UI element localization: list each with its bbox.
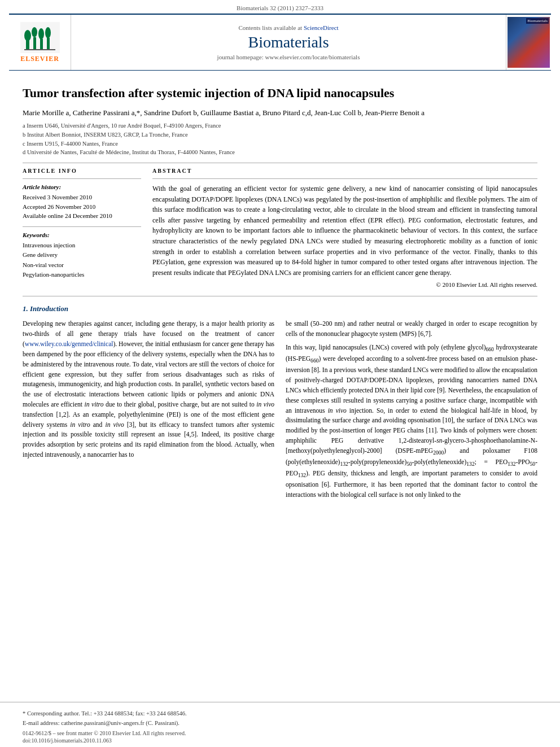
abstract-col: ABSTRACT With the goal of generating an … [152,168,537,288]
header-center: Contents lists available at ScienceDirec… [71,15,506,70]
affil-b: b Institut Albert Bonniot, INSERM U823, … [23,130,537,139]
footer-doi-row: doi:10.1016/j.biomaterials.2010.11.063 [23,737,537,744]
received-date: Received 3 November 2010 [23,193,141,202]
journal-homepage: journal homepage: www.elsevier.com/locat… [217,54,360,60]
svg-rect-6 [47,38,50,50]
sciencedirect-link[interactable]: ScienceDirect [304,24,339,31]
abstract-text: With the goal of generating an efficient… [152,184,537,278]
keywords-block: Keywords: Intravenous injection Gene del… [23,231,141,280]
accepted-date: Accepted 26 November 2010 [23,202,141,212]
journal-header: Biomaterials 32 (2011) 2327–2333 [0,0,560,71]
email-address: E-mail address: catherine.passirani@univ… [23,719,537,728]
divider-1 [23,163,537,163]
svg-rect-4 [40,39,43,50]
svg-rect-0 [26,40,29,50]
intro-right-col: be small (50–200 nm) and rather neutral … [286,319,537,503]
introduction-section: 1. Introduction Developing new therapies… [23,304,537,503]
abstract-heading: ABSTRACT [152,168,537,174]
page: Biomaterials 32 (2011) 2327–2333 [0,0,560,747]
divider-abstract [152,178,537,179]
keyword-3: Non-viral vector [23,260,141,270]
footer-row: 0142-9612/$ – see front matter © 2010 El… [23,730,537,736]
affil-a: a Inserm U646, Université d'Angers, 10 r… [23,121,537,130]
journal-title-header: Biomaterials [248,33,329,51]
elsevier-logo: ELSEVIER [9,15,71,70]
copyright-line: © 2010 Elsevier Ltd. All rights reserved… [152,281,537,288]
contents-line: Contents lists available at ScienceDirec… [238,24,338,31]
doi-text: doi:10.1016/j.biomaterials.2010.11.063 [23,737,112,744]
svg-point-1 [24,30,31,41]
affil-d: d Université de Nantes, Faculté de Médec… [23,148,537,157]
main-content: Tumor transfection after systemic inject… [0,71,560,702]
affil-c: c Inserm U915, F-44000 Nantes, France [23,139,537,148]
svg-point-3 [32,27,37,37]
svg-rect-2 [33,37,36,50]
intro-body: Developing new therapies against cancer,… [23,319,537,503]
divider-body [23,296,537,296]
license-text: 0142-9612/$ – see front matter © 2010 El… [23,730,186,736]
header-top: ELSEVIER Contents lists available at Sci… [9,14,551,71]
keyword-4: Pegylation-nanoparticles [23,270,141,280]
keyword-2: Gene delivery [23,250,141,260]
divider-keywords [23,226,141,227]
corresponding-author: * Corresponding author. Tel.: +33 244 68… [23,709,537,718]
intro-right-text: be small (50–200 nm) and rather neutral … [286,319,537,500]
affiliations: a Inserm U646, Université d'Angers, 10 r… [23,121,537,157]
journal-cover: Biomaterials [506,15,551,70]
cover-label: Biomaterials [526,18,549,24]
history-label: Article history: [23,184,141,190]
info-abstract-section: ARTICLE INFO Article history: Received 3… [23,168,537,288]
svg-point-7 [45,27,51,38]
elsevier-tree-logo [20,22,60,53]
article-history: Article history: Received 3 November 201… [23,184,141,221]
footnote-block: * Corresponding author. Tel.: +33 244 68… [23,709,537,729]
keywords-label: Keywords: [23,231,141,238]
cover-image: Biomaterials [508,17,550,68]
url-link[interactable]: www.wiley.co.uk/genmed/clinical [25,340,113,347]
intro-left-col: Developing new therapies against cancer,… [23,319,274,503]
svg-point-5 [38,28,44,40]
svg-rect-8 [24,49,55,50]
intro-left-text: Developing new therapies against cancer,… [23,319,274,460]
elsevier-label: ELSEVIER [20,55,59,63]
page-footer: * Corresponding author. Tel.: +33 244 68… [0,702,560,748]
divider-info [23,178,141,179]
article-info-heading: ARTICLE INFO [23,168,141,174]
article-title: Tumor transfection after systemic inject… [23,85,537,102]
keyword-1: Intravenous injection [23,241,141,251]
available-date: Available online 24 December 2010 [23,211,141,221]
citation-line: Biomaterials 32 (2011) 2327–2333 [9,5,551,11]
intro-heading: 1. Introduction [23,304,537,313]
article-info-col: ARTICLE INFO Article history: Received 3… [23,168,141,288]
authors: Marie Morille a, Catherine Passirani a,*… [23,107,537,119]
